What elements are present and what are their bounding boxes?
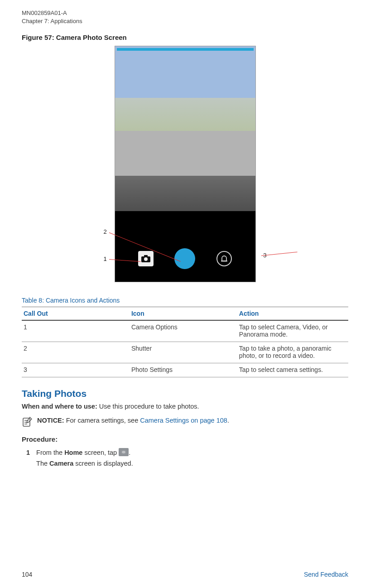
step1-line2-b: screen is displayed. bbox=[73, 460, 133, 467]
page-footer: 104 Send Feedback bbox=[22, 571, 348, 578]
procedure-step: 1 From the Home screen, tap . The Camera… bbox=[26, 448, 348, 468]
callout-2: 2 bbox=[104, 228, 107, 235]
cell-callout: 2 bbox=[22, 342, 130, 363]
figure-caption: Figure 57: Camera Photo Screen bbox=[22, 34, 348, 41]
notice-before: For camera settings, see bbox=[64, 417, 140, 424]
cell-action: Tap to select camera settings. bbox=[237, 363, 348, 377]
svg-rect-3 bbox=[221, 260, 227, 262]
step1-home: Home bbox=[64, 449, 82, 456]
notice-after: . bbox=[227, 417, 229, 424]
cell-callout: 1 bbox=[22, 320, 130, 342]
when-text: Use this procedure to take photos. bbox=[97, 403, 199, 410]
shutter-icon bbox=[174, 248, 195, 269]
table-row: 1 Camera Options Tap to select Camera, V… bbox=[22, 320, 348, 342]
chapter-label: Chapter 7: Applications bbox=[22, 17, 348, 25]
figure-wrap: 1 2 3 bbox=[22, 46, 348, 284]
step1-camera: Camera bbox=[49, 460, 73, 467]
procedure-label: Procedure: bbox=[22, 435, 348, 443]
photo-settings-icon bbox=[216, 251, 232, 266]
when-where: When and where to use: Use this procedur… bbox=[22, 402, 348, 411]
col-action: Action bbox=[237, 307, 348, 321]
step1-text-a: From the bbox=[36, 449, 64, 456]
camera-app-icon bbox=[119, 448, 129, 456]
col-icon: Icon bbox=[130, 307, 237, 321]
page-number: 104 bbox=[22, 571, 32, 578]
cell-icon: Photo Settings bbox=[130, 363, 237, 377]
notice-text: NOTICE: For camera settings, see Camera … bbox=[37, 416, 229, 425]
section-title: Taking Photos bbox=[22, 388, 348, 399]
doc-id: MN002859A01-A bbox=[22, 9, 348, 17]
table-row: 3 Photo Settings Tap to select camera se… bbox=[22, 363, 348, 377]
send-feedback-link[interactable]: Send Feedback bbox=[304, 571, 348, 578]
document-header: MN002859A01-A Chapter 7: Applications bbox=[22, 9, 348, 25]
cell-callout: 3 bbox=[22, 363, 130, 377]
notice-icon bbox=[22, 416, 33, 427]
step1-text-c: . bbox=[129, 449, 130, 456]
notice-label: NOTICE: bbox=[37, 417, 64, 424]
notice-link[interactable]: Camera Settings on page 108 bbox=[140, 417, 227, 424]
camera-screenshot-placeholder bbox=[115, 46, 256, 282]
step1-line2-a: The bbox=[36, 460, 49, 467]
camera-icons-table: Call Out Icon Action 1 Camera Options Ta… bbox=[22, 307, 348, 377]
cell-icon: Shutter bbox=[130, 342, 237, 363]
when-label: When and where to use: bbox=[22, 403, 97, 410]
step-number: 1 bbox=[26, 448, 30, 468]
svg-rect-1 bbox=[144, 255, 148, 257]
step-body: From the Home screen, tap . The Camera s… bbox=[36, 448, 133, 468]
callout-1: 1 bbox=[104, 255, 107, 262]
cell-action: Tap to select Camera, Video, or Panorama… bbox=[237, 320, 348, 342]
table-row: 2 Shutter Tap to take a photo, a panoram… bbox=[22, 342, 348, 363]
notice: NOTICE: For camera settings, see Camera … bbox=[22, 416, 348, 427]
col-callout: Call Out bbox=[22, 307, 130, 321]
cell-action: Tap to take a photo, a panoramic photo, … bbox=[237, 342, 348, 363]
table-title: Table 8: Camera Icons and Actions bbox=[22, 297, 348, 304]
step1-text-b: screen, tap bbox=[82, 449, 119, 456]
svg-point-2 bbox=[144, 257, 148, 261]
camera-options-icon bbox=[138, 251, 154, 266]
cell-icon: Camera Options bbox=[130, 320, 237, 342]
